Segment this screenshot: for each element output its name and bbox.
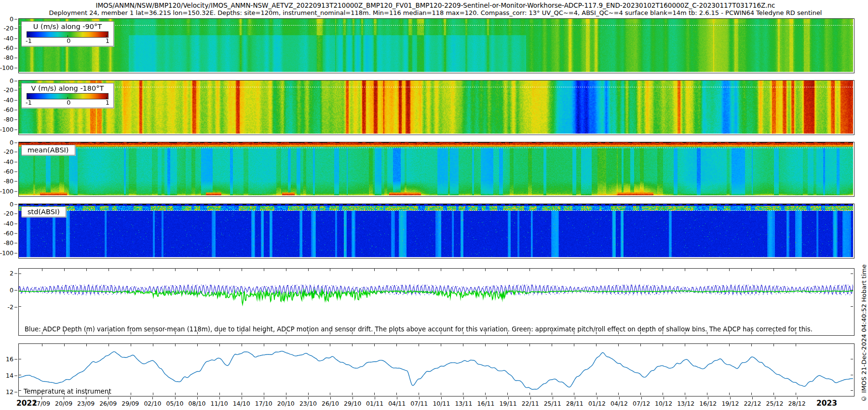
temperature-y-axis-labels: 161412: [0, 343, 17, 396]
temperature-line-canvas: [19, 344, 853, 395]
u-cbar-tick-mid: 0: [67, 38, 70, 44]
x-tick-label: 01/12: [588, 400, 606, 407]
figure-title: IMOS/ANMN/NSW/BMP120/Velocity/IMOS_ANMN-…: [16, 1, 855, 9]
u-cbar-tick-min: -1: [26, 38, 32, 44]
v-cbar-tick-min: -1: [26, 99, 32, 106]
std-absi-heatmap-canvas: [19, 204, 853, 257]
x-tick-label: 07/11: [410, 400, 428, 407]
x-tick-label: 02/10: [144, 400, 161, 407]
x-tick-label: 16/12: [699, 400, 717, 407]
u-colorbar-ticks: -1 0 1: [26, 38, 109, 44]
panel-u-velocity: U (m/s) along -90°T -1 0 1: [18, 18, 854, 73]
mean-absi-legend: mean(ABSI): [21, 145, 75, 155]
u-y-axis-labels: 0-20-40-60-80-100: [0, 18, 17, 73]
x-tick-label: 23/10: [299, 400, 317, 407]
y-tick-label: -20: [4, 86, 14, 94]
y-tick-label: -100: [0, 188, 14, 195]
mean-absi-y-axis-labels: 0-20-40-60-80-100: [0, 142, 17, 197]
y-tick-label: 0: [10, 139, 14, 146]
x-tick-label: 10/12: [655, 400, 672, 407]
y-tick-label: -20: [4, 148, 14, 155]
x-tick-label: 28/12: [788, 400, 806, 407]
y-tick-label: 0: [10, 287, 14, 294]
x-tick-label: 14/10: [233, 400, 250, 407]
x-tick-label: 19/11: [500, 400, 517, 407]
imos-watermark: © IMOS 21-Dec-2024 04:40:52 Hobart time: [860, 264, 868, 402]
x-tick-label: 08/10: [188, 400, 205, 407]
y-tick-label: -40: [4, 158, 14, 165]
x-tick-label: 05/10: [166, 400, 183, 407]
y-tick-label: -80: [4, 54, 14, 61]
panel-depth-variation: Blue: ADCP Depth (m) variation from sens…: [18, 268, 854, 336]
y-tick-label: 14: [6, 372, 14, 379]
x-tick-label: 07/12: [633, 400, 650, 407]
x-tick-label: 26/10: [322, 400, 339, 407]
x-tick-label: 29/09: [122, 400, 139, 407]
u-legend-title: U (m/s) along -90°T: [26, 23, 109, 30]
x-tick-label: 25/12: [766, 400, 783, 407]
depth-variation-annotation: Blue: ADCP Depth (m) variation from sens…: [25, 326, 813, 333]
panel-temperature: Temperature at instrument: [18, 343, 854, 396]
y-tick-label: -40: [4, 35, 14, 42]
y-tick-label: -60: [4, 44, 14, 52]
std-absi-y-axis-labels: 0-20-40-60-80-100: [0, 204, 17, 259]
figure-root: IMOS/ANMN/NSW/BMP120/Velocity/IMOS_ANMN-…: [0, 0, 868, 410]
y-tick-label: 0: [10, 77, 14, 84]
x-tick-label: 23/09: [77, 400, 95, 407]
y-tick-label: 16: [6, 355, 14, 363]
panel-v-velocity: V (m/s) along -180°T -1 0 1: [18, 80, 854, 135]
x-tick-label: 01/11: [366, 400, 383, 407]
x-tick-label: 25/11: [544, 400, 561, 407]
u-cbar-tick-max: 1: [106, 38, 109, 44]
u-velocity-heatmap-canvas: [19, 19, 853, 72]
y-tick-label: -40: [4, 96, 14, 104]
x-tick-label: 11/10: [211, 400, 228, 407]
std-absi-legend: std(ABSI): [21, 206, 66, 217]
x-tick-label: 19/12: [721, 400, 739, 407]
v-colorbar-ticks: -1 0 1: [26, 99, 109, 106]
y-tick-label: -60: [4, 230, 14, 237]
x-tick-label: 10/11: [433, 400, 450, 407]
figure-subtitle: Deployment 24, member 1 lat=36.21S lon=1…: [16, 9, 855, 16]
y-tick-label: -40: [4, 220, 14, 227]
x-tick-label: 13/11: [455, 400, 472, 407]
y-tick-label: -20: [4, 25, 14, 32]
x-tick-label: 20/10: [277, 400, 295, 407]
x-tick-label: 26/09: [99, 400, 117, 407]
y-tick-label: -100: [0, 249, 14, 257]
v-cbar-tick-mid: 0: [67, 99, 70, 106]
y-tick-label: -2: [8, 303, 14, 311]
mean-absi-legend-title: mean(ABSI): [27, 146, 70, 154]
v-colorbar-legend: V (m/s) along -180°T -1 0 1: [21, 83, 114, 108]
v-cbar-tick-max: 1: [106, 99, 109, 106]
panel-std-absi: std(ABSI): [18, 204, 854, 259]
x-tick-label: 17/09: [33, 400, 50, 407]
x-axis: 2022 2023 17/0920/0923/0926/0929/0902/10…: [18, 397, 854, 410]
y-tick-label: -60: [4, 168, 14, 175]
x-tick-label: 16/11: [477, 400, 494, 407]
v-legend-title: V (m/s) along -180°T: [26, 84, 109, 92]
x-tick-label: 20/09: [55, 400, 72, 407]
v-y-axis-labels: 0-20-40-60-80-100: [0, 80, 17, 135]
u-colorbar-legend: U (m/s) along -90°T -1 0 1: [21, 21, 114, 46]
v-velocity-heatmap-canvas: [19, 81, 853, 134]
x-tick-label: 22/11: [522, 400, 539, 407]
x-tick-label: 13/12: [677, 400, 694, 407]
x-tick-label: 04/11: [388, 400, 406, 407]
x-tick-label: 22/12: [744, 400, 761, 407]
x-tick-label: 28/11: [566, 400, 583, 407]
depth-variation-lines-canvas: [19, 269, 853, 334]
std-absi-legend-title: std(ABSI): [27, 208, 61, 216]
y-tick-label: 12: [6, 388, 14, 396]
x-axis-year-end: 2023: [816, 399, 837, 408]
y-tick-label: -20: [4, 210, 14, 217]
temperature-label: Temperature at instrument: [24, 387, 111, 395]
y-tick-label: -100: [0, 126, 14, 133]
y-tick-label: -60: [4, 106, 14, 113]
y-tick-label: 2: [10, 270, 14, 277]
y-tick-label: -100: [0, 64, 14, 71]
x-tick-label: 04/12: [610, 400, 628, 407]
y-tick-label: 0: [10, 15, 14, 23]
depth-variation-y-axis-labels: 20-2: [0, 268, 17, 336]
y-tick-label: 0: [10, 201, 14, 208]
